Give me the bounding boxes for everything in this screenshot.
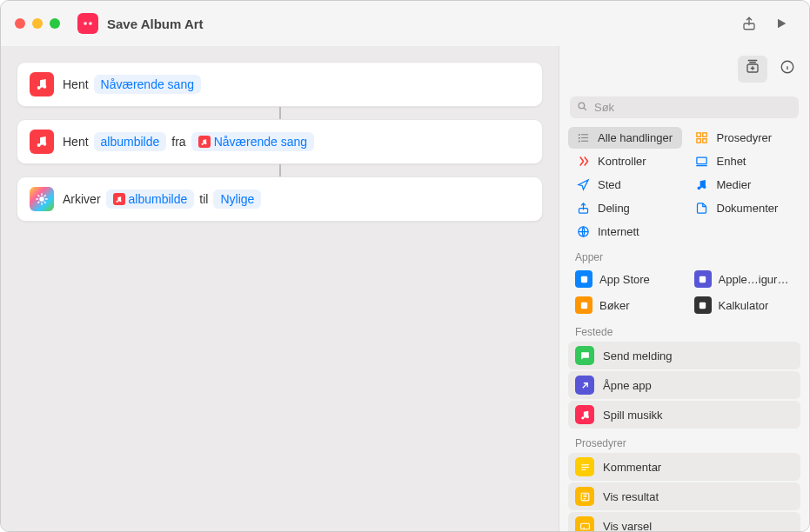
procedure-item[interactable]: Vis resultat [568, 482, 800, 510]
sidebar-scroll[interactable]: Alle handlingerProsedyrerKontrollerEnhet… [559, 127, 809, 531]
svg-point-1 [89, 22, 92, 25]
controls-icon [575, 155, 591, 168]
zoom-window-button[interactable] [50, 18, 60, 29]
window-title: Save Album Art [107, 17, 741, 31]
share-icon[interactable] [741, 16, 757, 31]
category-label: Alle handlinger [598, 131, 673, 144]
svg-rect-38 [581, 469, 586, 469]
action-card[interactable]: ArkiveralbumbildetilNylige [17, 176, 543, 222]
category-deling[interactable]: Deling [568, 197, 682, 219]
svg-rect-17 [578, 137, 579, 139]
app-window: Save Album Art HentNåværende sangHentalb… [0, 0, 810, 532]
app-item[interactable]: App Store [568, 267, 682, 291]
svg-point-14 [579, 103, 585, 109]
category-prosedyrer[interactable]: Prosedyrer [687, 127, 801, 149]
web-icon [575, 225, 591, 238]
categories-grid: Alle handlingerProsedyrerKontrollerEnhet… [559, 127, 809, 243]
action-connector [279, 164, 281, 176]
list-icon [575, 131, 591, 144]
category-internett[interactable]: Internett [568, 221, 682, 243]
search-input[interactable] [570, 96, 799, 118]
procedure-label: Vis varsel [603, 520, 652, 532]
variable-token[interactable]: Nåværende sang [94, 75, 201, 94]
app-item[interactable]: Kalkulator [687, 293, 801, 317]
category-label: Dokumenter [717, 202, 779, 215]
category-enhet[interactable]: Enhet [687, 150, 801, 172]
token-label: Nåværende sang [101, 77, 194, 91]
svg-point-34 [581, 416, 584, 419]
pinned-section-header: Festede [559, 317, 809, 342]
action-label: fra [171, 135, 185, 149]
variable-token[interactable]: albumbilde [94, 132, 167, 151]
category-dokumenter[interactable]: Dokumenter [687, 197, 801, 219]
procedure-item[interactable]: Kommentar [568, 453, 800, 481]
titlebar-actions [741, 16, 788, 31]
token-label: Nylige [220, 192, 254, 206]
svg-point-9 [39, 196, 44, 201]
app-label: Apple…igurator [719, 273, 794, 286]
svg-rect-25 [697, 157, 706, 164]
info-tab-icon[interactable] [780, 59, 795, 79]
variable-token[interactable]: Nåværende sang [191, 132, 314, 151]
action-card[interactable]: HentalbumbildefraNåværende sang [17, 119, 543, 164]
action-connector [279, 107, 281, 119]
result-icon [575, 487, 594, 506]
procedures-list: KommentarVis resultatVis varselBe om inn… [559, 453, 809, 531]
music-token-icon [198, 136, 211, 148]
app-item[interactable]: Bøker [568, 293, 682, 317]
category-label: Internett [598, 225, 639, 238]
svg-rect-30 [580, 276, 586, 282]
open-icon [575, 376, 594, 395]
action-text: ArkiveralbumbildetilNylige [63, 190, 261, 209]
svg-rect-23 [697, 139, 700, 143]
shortcut-app-icon [77, 13, 98, 34]
svg-point-10 [117, 200, 118, 202]
action-card[interactable]: HentNåværende sang [17, 62, 543, 107]
variable-token[interactable]: albumbilde [106, 190, 195, 209]
procedure-item[interactable]: Vis varsel [568, 512, 800, 531]
run-icon[interactable] [774, 17, 788, 30]
pinned-item[interactable]: Send melding [568, 342, 800, 369]
apps-grid: App StoreApple…iguratorBøkerKalkulator [559, 267, 809, 317]
pinned-label: Åpne app [603, 379, 652, 392]
sidebar-toolbar [559, 46, 809, 91]
action-label: til [199, 192, 208, 206]
app-label: App Store [599, 273, 650, 286]
app-icon [694, 296, 712, 314]
category-label: Medier [717, 178, 752, 191]
svg-point-6 [43, 143, 46, 146]
music-app-icon [30, 72, 54, 96]
svg-rect-18 [581, 137, 588, 138]
svg-rect-16 [581, 134, 588, 135]
svg-point-3 [37, 86, 41, 90]
category-kontroller[interactable]: Kontroller [568, 150, 682, 172]
shortcut-editor[interactable]: HentNåværende sangHentalbumbildefraNåvær… [1, 46, 559, 531]
category-label: Enhet [717, 155, 746, 168]
comment-icon [575, 457, 594, 476]
category-alle-handlinger[interactable]: Alle handlinger [568, 127, 682, 149]
pinned-item[interactable]: Åpne app [568, 371, 800, 399]
category-medier[interactable]: Medier [687, 174, 801, 196]
sharing-icon [575, 202, 591, 215]
minimize-window-button[interactable] [32, 18, 43, 29]
close-window-button[interactable] [15, 18, 25, 29]
documents-icon [694, 202, 710, 215]
pinned-label: Spill musikk [603, 409, 663, 422]
pinned-item[interactable]: Spill musikk [568, 401, 800, 429]
app-item[interactable]: Apple…igurator [687, 267, 801, 291]
category-sted[interactable]: Sted [568, 174, 682, 196]
svg-rect-24 [703, 139, 706, 143]
svg-point-27 [703, 185, 706, 189]
action-label: Hent [63, 77, 89, 91]
app-icon [575, 270, 592, 288]
svg-rect-19 [578, 141, 579, 143]
svg-point-7 [202, 143, 204, 144]
variable-token[interactable]: Nylige [213, 190, 261, 209]
message-icon [575, 346, 594, 365]
library-tab-icon[interactable] [738, 56, 767, 83]
music-token-icon [113, 193, 125, 205]
token-label: albumbilde [129, 192, 188, 206]
svg-rect-20 [581, 141, 588, 142]
token-label: albumbilde [101, 135, 160, 149]
svg-point-35 [586, 416, 588, 418]
